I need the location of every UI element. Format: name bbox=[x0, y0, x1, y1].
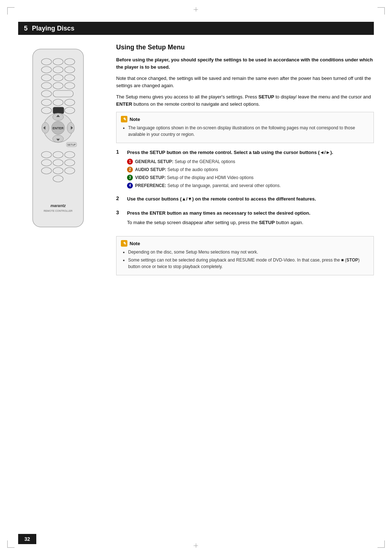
chapter-title: Playing Discs bbox=[32, 25, 74, 32]
svg-rect-19 bbox=[53, 107, 64, 114]
step-1-main: Press the SETUP button on the remote con… bbox=[127, 149, 374, 156]
step-1: 1 Press the SETUP button on the remote c… bbox=[116, 149, 374, 190]
step-number-1: 1 bbox=[116, 149, 123, 190]
content-area: ENTER SETUP marantz REM bbox=[18, 40, 374, 526]
note-item-1: The language options shown in the on-scr… bbox=[128, 125, 369, 138]
step-3-main: Press the ENTER button as many times as … bbox=[127, 210, 374, 217]
svg-text:SETUP: SETUP bbox=[67, 143, 76, 146]
note-icon-1: ✎ bbox=[121, 116, 127, 122]
bullet-item-2: 2 AUDIO SETUP: Setup of the audio option… bbox=[127, 166, 374, 173]
para3: The Setup menu gives you access to all t… bbox=[116, 93, 374, 108]
intro-paragraph: Before using the player, you should spec… bbox=[116, 56, 374, 70]
step-2-content: Use the cursor buttons (▲/▼) on the remo… bbox=[127, 195, 374, 205]
crosshair-bottom bbox=[196, 543, 196, 548]
bullet-text-2: AUDIO SETUP: Setup of the audio options bbox=[135, 166, 218, 173]
corner-mark-tr bbox=[377, 7, 385, 15]
para2: Note that once changed, the settings wil… bbox=[116, 75, 374, 89]
section-title: Using the Setup Menu bbox=[116, 44, 374, 51]
step-number-3: 3 bbox=[116, 210, 123, 230]
step-2-main: Use the cursor buttons (▲/▼) on the remo… bbox=[127, 195, 374, 203]
chapter-header: 5 Playing Discs bbox=[18, 22, 374, 35]
bullet-item-3: 3 VIDEO SETUP: Setup of the display and … bbox=[127, 174, 374, 181]
note-list-2: Depending on the disc, some Setup Menu s… bbox=[121, 249, 369, 270]
left-column: ENTER SETUP marantz REM bbox=[18, 40, 105, 526]
bullet-text-1: GENERAL SETUP: Setup of the GENERAL opti… bbox=[135, 158, 235, 165]
bullet-item-1: 1 GENERAL SETUP: Setup of the GENERAL op… bbox=[127, 158, 374, 165]
step-2: 2 Use the cursor buttons (▲/▼) on the re… bbox=[116, 195, 374, 205]
corner-mark-tl bbox=[7, 7, 15, 15]
note-header-2: ✎ Note bbox=[121, 240, 369, 247]
note-box-1: ✎ Note The language options shown in the… bbox=[116, 112, 374, 143]
note-list-1: The language options shown in the on-scr… bbox=[121, 125, 369, 138]
bullet-num-2: 2 bbox=[127, 167, 133, 173]
steps-container: 1 Press the SETUP button on the remote c… bbox=[116, 149, 374, 230]
bullet-item-4: 4 PREFERENCE: Setup of the language, par… bbox=[127, 182, 374, 189]
right-column: Using the Setup Menu Before using the pl… bbox=[116, 40, 374, 526]
bullet-text-4: PREFERENCE: Setup of the language, paren… bbox=[135, 182, 281, 189]
note-item-2a: Depending on the disc, some Setup Menu s… bbox=[128, 249, 369, 255]
bullet-num-3: 3 bbox=[127, 175, 133, 181]
corner-mark-br bbox=[377, 540, 385, 548]
svg-text:REMOTE CONTROLLER: REMOTE CONTROLLER bbox=[44, 210, 73, 212]
step-3-content: Press the ENTER button as many times as … bbox=[127, 210, 374, 230]
remote-image: ENTER SETUP marantz REM bbox=[22, 47, 102, 526]
note-header-1: ✎ Note bbox=[121, 116, 369, 122]
svg-text:ENTER: ENTER bbox=[53, 126, 64, 130]
step-1-content: Press the SETUP button on the remote con… bbox=[127, 149, 374, 190]
chapter-number: 5 bbox=[24, 25, 28, 32]
note-item-2b: Some settings can not be selected during… bbox=[128, 257, 369, 270]
corner-mark-bl bbox=[7, 540, 15, 548]
svg-text:marantz: marantz bbox=[50, 203, 66, 208]
bullet-num-1: 1 bbox=[127, 159, 133, 165]
crosshair-top bbox=[196, 7, 196, 12]
step-3: 3 Press the ENTER button as many times a… bbox=[116, 210, 374, 230]
bullet-num-4: 4 bbox=[127, 183, 133, 189]
page-number: 32 bbox=[18, 534, 36, 544]
step-3-extra: To make the setup screen disappear after… bbox=[127, 219, 374, 226]
bullet-text-3: VIDEO SETUP: Setup of the display and HD… bbox=[135, 174, 254, 181]
note-box-2: ✎ Note Depending on the disc, some Setup… bbox=[116, 236, 374, 275]
step-number-2: 2 bbox=[116, 195, 123, 205]
note-icon-2: ✎ bbox=[121, 240, 127, 247]
